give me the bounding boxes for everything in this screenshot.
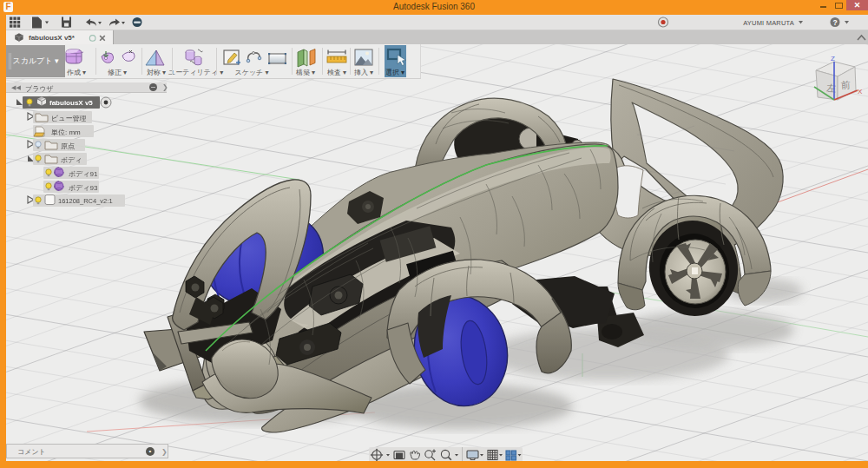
svg-text:?: ? [832, 18, 837, 27]
svg-text:原点: 原点 [61, 142, 75, 150]
svg-text:左: 左 [826, 82, 837, 94]
svg-text:ボディ91: ボディ91 [69, 170, 98, 178]
svg-text:ビュー管理: ビュー管理 [51, 115, 86, 122]
svg-text:X: X [858, 88, 863, 96]
svg-text:AYUMI MARUTA: AYUMI MARUTA [743, 19, 794, 27]
svg-text:ボディ: ボディ [61, 156, 82, 164]
svg-text:ボディ93: ボディ93 [69, 184, 98, 192]
svg-text:161208_RC4_v2:1: 161208_RC4_v2:1 [58, 197, 113, 205]
svg-text:前: 前 [839, 79, 851, 90]
svg-text:fabulousX v5: fabulousX v5 [49, 99, 93, 107]
svg-text:単位: mm: 単位: mm [51, 129, 81, 136]
